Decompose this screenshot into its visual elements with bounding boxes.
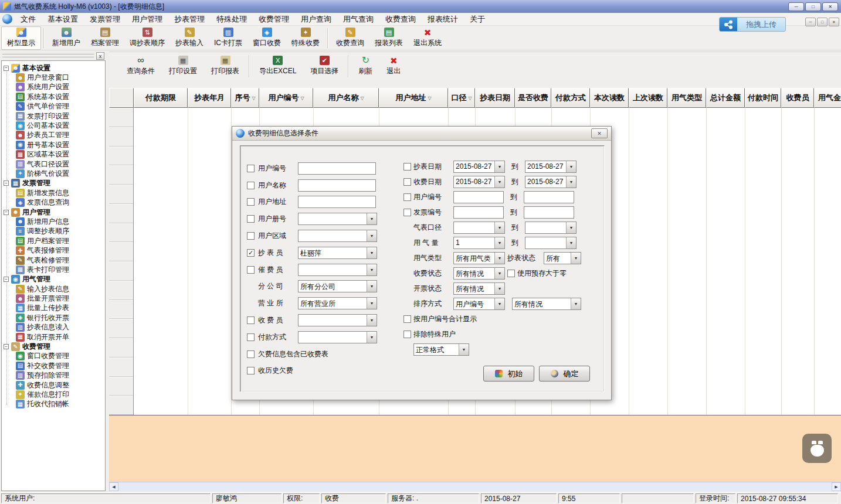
row-header-cell[interactable] [109,377,133,396]
combo-box[interactable]: 2015-08-27▼ [453,161,505,173]
checkbox[interactable] [507,270,515,277]
restore-button[interactable]: □ [805,2,821,11]
row-header-cell[interactable] [109,223,133,243]
tree-item[interactable]: ▤新增发票信息 [2,188,105,197]
archive-manage-button[interactable]: ▤档案管理 [86,26,124,50]
menu-item-7[interactable]: 收费管理 [253,14,295,25]
column-header[interactable]: 上次读数 [629,88,667,108]
row-header-cell[interactable] [109,242,133,261]
export-excel-button[interactable]: X导出EXCEL [252,53,303,79]
checkbox[interactable] [247,232,255,240]
tree-item[interactable]: ▤补交收费管理 [2,361,105,370]
combo-box[interactable]: 1▼ [453,237,505,249]
menu-item-1[interactable]: 文件 [15,14,42,25]
tree-item[interactable]: ◉公司基本设置 [2,121,105,130]
combo-box[interactable]: ▼ [298,264,377,276]
tree-item[interactable]: ▦表卡打印管理 [2,265,105,274]
tree-item[interactable]: ◈银行托收开票 [2,313,105,322]
checkbox[interactable] [247,266,255,274]
checkbox[interactable] [403,331,411,338]
confirm-button[interactable]: 确定 [539,366,590,382]
column-header[interactable]: 用户名称▽ [313,88,379,108]
combo-arrow-icon[interactable]: ▼ [494,298,504,309]
tree-item[interactable]: ▥预存扣除管理 [2,371,105,380]
scroll-right-icon[interactable]: ▶ [832,482,841,491]
dialog-close-icon[interactable]: ✕ [591,128,608,138]
checkbox[interactable] [247,165,255,172]
tree-panel-close-icon[interactable]: x [96,52,104,60]
column-header[interactable]: 用气类型 [667,88,706,108]
tree-item[interactable]: ▥抄表信息读入 [2,323,105,332]
combo-box[interactable]: 2015-08-27▼ [453,176,505,188]
tree-item[interactable]: ☻抄表员工管理 [2,131,105,140]
tree-item[interactable]: ▤系统基本设置 [2,92,105,101]
tree-item[interactable]: ✎气表检修管理 [2,256,105,265]
menu-item-8[interactable]: 用户查询 [295,14,337,25]
window-fee-button[interactable]: ◈窗口收费 [247,26,286,50]
column-header[interactable]: 抄表日期 [475,88,515,108]
tree-item[interactable]: ✚收费信息调整 [2,380,105,390]
combo-box[interactable]: 所有▼ [544,252,581,264]
row-header-cell[interactable] [109,204,133,223]
close-button[interactable]: ✕ [822,2,838,11]
ic-card-print-button[interactable]: ▥IC卡打票 [209,26,247,50]
combo-box[interactable]: ▼ [298,314,377,326]
column-header[interactable]: 付款方式 [551,88,590,108]
combo-arrow-icon[interactable]: ▼ [494,268,504,279]
scrollbar-track[interactable] [118,482,832,491]
column-header[interactable]: 抄表年月 [188,88,231,108]
combo-box[interactable]: ▼ [453,222,505,234]
combo-arrow-icon[interactable]: ▼ [367,230,377,241]
tree-item[interactable]: ☻系统用户设置 [2,83,105,92]
combo-box[interactable]: 正常格式▼ [413,343,469,356]
combo-box[interactable]: 杜丽萍▼ [298,247,377,259]
checkbox[interactable]: ✓ [247,249,255,257]
combo-arrow-icon[interactable]: ▼ [571,298,581,309]
refresh-button[interactable]: ↻刷新 [351,53,379,79]
row-header-cell[interactable] [109,127,133,147]
combo-box[interactable]: 所有情况▼ [453,267,505,280]
tree-item[interactable]: ☻用户登录窗口 [2,73,105,82]
scroll-left-icon[interactable]: ◀ [109,482,118,491]
mdi-minimize-button[interactable]: ─ [805,18,816,26]
checkbox[interactable] [403,209,411,216]
column-header[interactable]: 用户地址▽ [379,88,448,108]
tree-item[interactable]: ☻新增用户信息 [2,217,105,226]
combo-box[interactable]: 2015-08-27▼ [525,176,577,188]
tree-item[interactable]: ✚气表报修管理 [2,246,105,255]
combo-box[interactable]: 2015-08-27▼ [525,161,577,173]
tree-group-5[interactable]: −✎收费管理 [2,342,105,351]
column-header[interactable]: 总计金额 [706,88,745,108]
row-header-cell[interactable] [109,108,133,127]
combo-box[interactable]: 所有情况▼ [512,298,581,310]
query-condition-button[interactable]: ∞查询条件 [120,53,162,79]
tree-item[interactable]: ▦托收代扣销帐 [2,400,105,409]
combo-box[interactable]: ▼ [525,237,577,249]
checkbox[interactable] [403,178,411,186]
horizontal-scrollbar[interactable]: ◀ ▶ [109,482,841,491]
text-input[interactable] [298,179,376,192]
column-header[interactable]: 是否收费 [515,88,551,108]
print-setup-button[interactable]: ▦打印设置 [162,53,204,79]
combo-arrow-icon[interactable]: ▼ [566,161,576,172]
fee-query-button[interactable]: ✎收费查询 [331,26,369,50]
install-list-button[interactable]: ▤报装列表 [369,26,408,50]
row-header-cell[interactable] [109,319,133,338]
tree-item[interactable]: ▦区域基本设置 [2,150,105,159]
row-header-cell[interactable] [109,165,133,185]
tree-group-4[interactable]: −◉用气管理 [2,275,105,284]
checkbox[interactable] [247,182,255,189]
checkbox[interactable] [247,198,255,206]
combo-arrow-icon[interactable]: ▼ [367,298,377,309]
checkbox[interactable] [247,215,255,223]
column-header[interactable]: 序号▽ [231,88,259,108]
new-user-button[interactable]: ☻新增用户 [47,26,86,50]
tree-item[interactable]: ◉册号基本设置 [2,140,105,149]
tree-item[interactable]: ◈发票信息查询 [2,197,105,207]
collapse-toggle-icon[interactable]: − [4,66,9,71]
combo-box[interactable]: ▼ [525,222,577,234]
menu-item-2[interactable]: 基本设置 [42,14,84,25]
combo-arrow-icon[interactable]: ▼ [367,213,377,224]
menu-item-5[interactable]: 抄表管理 [168,14,211,25]
tree-item[interactable]: ▦批量上传抄表 [2,304,105,313]
